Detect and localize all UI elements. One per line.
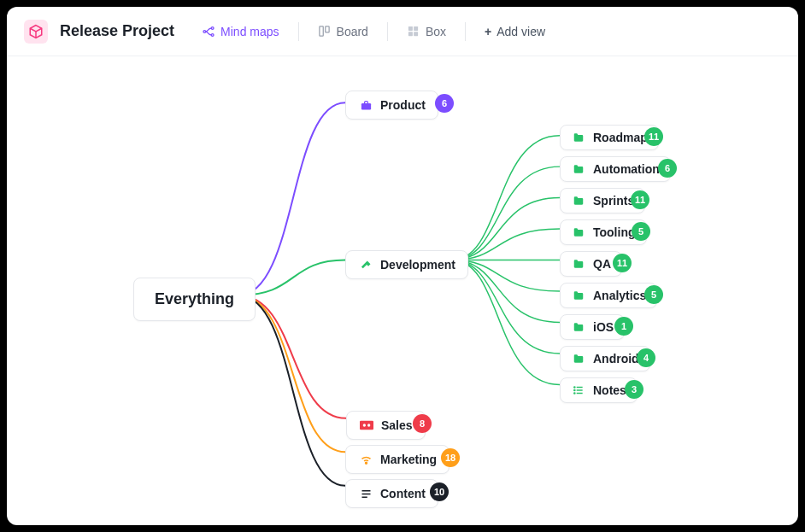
badge-ios: 1 — [614, 317, 633, 336]
badge-qa: 11 — [613, 254, 632, 272]
node-roadmap-label: Roadmap — [593, 131, 648, 144]
folder-icon — [571, 226, 586, 238]
list-icon — [571, 384, 586, 396]
svg-point-33 — [574, 387, 575, 388]
divider — [465, 22, 466, 41]
svg-point-34 — [574, 389, 575, 390]
toolbar: Release Project Mind maps Board Box + Ad… — [7, 7, 798, 56]
project-icon — [24, 20, 48, 44]
svg-point-24 — [363, 424, 366, 426]
node-content[interactable]: Content — [345, 479, 438, 508]
plus-icon: + — [485, 25, 491, 38]
node-automation[interactable]: Automation — [560, 156, 671, 182]
svg-point-25 — [367, 424, 370, 426]
tab-mindmaps[interactable]: Mind maps — [195, 20, 285, 44]
add-view-button[interactable]: + Add view — [478, 20, 552, 44]
svg-rect-22 — [361, 103, 370, 110]
node-ios-label: iOS — [593, 320, 614, 334]
node-development[interactable]: Development — [345, 250, 468, 279]
svg-rect-8 — [414, 32, 419, 36]
tab-mindmaps-label: Mind maps — [220, 25, 279, 38]
folder-icon — [571, 289, 586, 301]
box-icon — [407, 25, 420, 38]
node-marketing[interactable]: Marketing — [345, 445, 450, 474]
text-icon — [358, 488, 373, 500]
node-content-label: Content — [380, 487, 426, 500]
node-analytics-label: Analytics — [593, 289, 646, 302]
node-development-label: Development — [380, 258, 455, 272]
badge-analytics: 5 — [644, 285, 663, 304]
node-product-label: Product — [380, 98, 426, 112]
briefcase-icon — [358, 99, 373, 112]
node-product[interactable]: Product — [345, 91, 438, 120]
folder-icon — [571, 258, 586, 270]
node-root[interactable]: Everything — [133, 278, 256, 321]
folder-icon — [571, 321, 586, 333]
folder-icon — [571, 163, 586, 175]
add-view-label: Add view — [497, 25, 545, 38]
divider — [298, 22, 299, 41]
project-title: Release Project — [60, 22, 174, 40]
mindmaps-icon — [202, 25, 215, 38]
badge-roadmap: 11 — [644, 127, 663, 146]
node-automation-label: Automation — [593, 162, 660, 176]
mindmap-canvas[interactable]: Everything Product 6 Development Sales 8… — [7, 56, 798, 525]
board-icon — [318, 25, 332, 38]
divider — [387, 22, 388, 41]
svg-rect-7 — [408, 32, 413, 36]
svg-rect-5 — [408, 26, 413, 31]
svg-point-2 — [211, 33, 214, 36]
badge-tooling: 5 — [632, 222, 650, 241]
wifi-icon — [358, 453, 373, 466]
node-sales-label: Sales — [381, 418, 413, 432]
node-root-label: Everything — [155, 290, 234, 308]
ticket-icon — [359, 420, 374, 430]
badge-sprints: 11 — [631, 190, 649, 209]
svg-point-1 — [211, 26, 214, 29]
svg-rect-3 — [320, 26, 323, 36]
badge-notes: 3 — [625, 380, 643, 399]
node-analytics[interactable]: Analytics — [560, 283, 657, 308]
svg-point-0 — [203, 30, 206, 32]
badge-marketing: 18 — [441, 448, 460, 467]
svg-point-26 — [365, 462, 367, 464]
tab-box-label: Box — [426, 25, 446, 38]
node-android-label: Android — [593, 352, 639, 365]
hammer-icon — [358, 259, 373, 272]
node-qa-label: QA — [593, 257, 611, 271]
tab-board[interactable]: Board — [311, 20, 375, 44]
folder-icon — [571, 195, 586, 207]
badge-content: 10 — [430, 482, 449, 501]
svg-rect-23 — [360, 421, 373, 430]
node-notes-label: Notes — [593, 383, 626, 397]
svg-rect-4 — [326, 26, 329, 32]
node-sprints-label: Sprints — [593, 194, 634, 208]
badge-automation: 6 — [658, 159, 677, 178]
window: Release Project Mind maps Board Box + Ad… — [7, 7, 798, 525]
node-tooling-label: Tooling — [593, 225, 636, 239]
svg-rect-6 — [414, 26, 419, 31]
folder-icon — [571, 353, 586, 365]
node-marketing-label: Marketing — [380, 453, 437, 466]
badge-sales: 8 — [413, 414, 432, 433]
badge-android: 4 — [637, 348, 655, 367]
svg-point-35 — [574, 393, 575, 394]
tab-box[interactable]: Box — [400, 20, 453, 44]
badge-product: 6 — [435, 94, 454, 113]
tab-board-label: Board — [337, 25, 368, 38]
folder-icon — [571, 132, 586, 143]
